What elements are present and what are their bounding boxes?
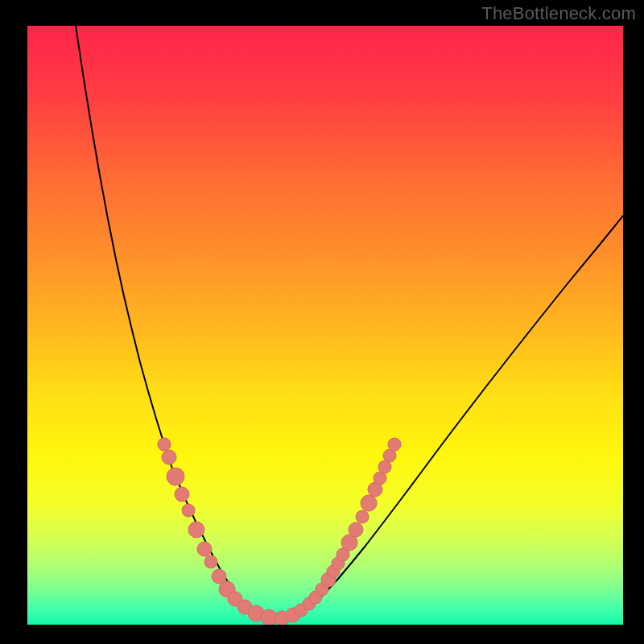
curve-dot <box>158 438 171 451</box>
chart-frame: TheBottleneck.com <box>0 0 644 644</box>
watermark-text: TheBottleneck.com <box>481 3 636 24</box>
curve-dot <box>388 438 401 451</box>
curve-dot <box>349 522 363 537</box>
curve-dot-markers <box>158 438 401 625</box>
curve-dot <box>188 522 204 538</box>
curve-dot <box>361 495 377 511</box>
plot-area <box>27 26 623 625</box>
curve-dot <box>167 468 184 485</box>
curve-dot <box>162 450 176 464</box>
curve-dot <box>175 487 189 502</box>
curve-layer <box>27 26 623 625</box>
curve-dot <box>197 542 212 556</box>
curve-dot <box>356 510 369 523</box>
curve-dot <box>182 504 195 517</box>
curve-dot <box>204 555 217 568</box>
